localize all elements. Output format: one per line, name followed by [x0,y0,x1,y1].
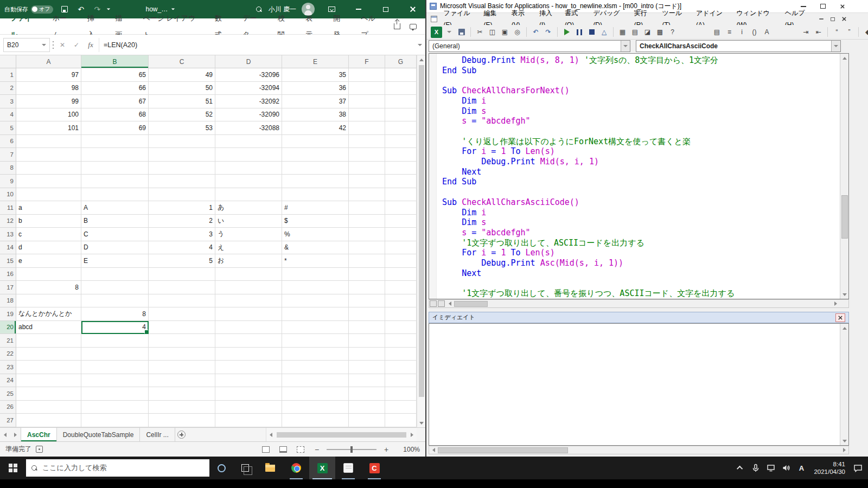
cell-C13[interactable]: 3 [149,228,215,241]
cell-C2[interactable]: 50 [149,82,215,95]
cell-D1[interactable]: -32096 [215,68,282,82]
cell-F24[interactable] [349,374,385,388]
cell-E3[interactable]: 37 [282,95,349,108]
uncomment-block-icon[interactable]: ” [844,27,855,38]
cell-F4[interactable] [349,108,385,122]
network-tray-button[interactable] [764,457,778,479]
row-header-19[interactable]: 19 [0,307,16,321]
sheet-tab-2[interactable]: CellIr ... [140,428,175,441]
vertical-scroll-thumb[interactable] [419,65,424,397]
cortana-button[interactable] [209,457,233,479]
cell-G24[interactable] [385,374,417,388]
list-properties-icon[interactable]: ▤ [711,27,723,38]
cell-A15[interactable]: e [16,254,81,268]
sheet-tab-1[interactable]: DoubleQuoteTabSample [57,428,141,441]
break-icon[interactable] [573,27,585,38]
code-line-4[interactable]: Sub CheckAllCharsForNext() [442,86,840,96]
code-vertical-scrollbar[interactable] [840,54,848,299]
cell-F6[interactable] [349,135,385,149]
code-window-icon[interactable] [431,16,437,22]
cell-C3[interactable]: 51 [149,95,215,108]
zoom-level[interactable]: 100% [396,446,420,453]
cell-G11[interactable] [385,201,417,215]
cell-B22[interactable] [81,348,149,361]
undo-icon[interactable]: ↶ [530,27,541,38]
cell-D25[interactable] [215,387,282,401]
cell-G6[interactable] [385,135,417,149]
cell-E9[interactable] [282,175,349,188]
cell-B8[interactable] [81,162,149,175]
volume-tray-button[interactable] [779,457,793,479]
code-line-10[interactable]: For i = 1 To Len(s) [442,146,840,157]
cell-A21[interactable] [16,334,81,348]
cell-D21[interactable] [215,334,282,348]
cell-F27[interactable] [349,414,385,427]
cell-G20[interactable] [385,321,417,335]
zoom-slider-thumb[interactable] [350,446,353,453]
help-icon[interactable]: ? [667,27,678,38]
column-header-A[interactable]: A [16,55,81,68]
cell-G1[interactable] [385,68,417,82]
cell-C27[interactable] [149,414,215,427]
cell-D3[interactable]: -32092 [215,95,282,108]
cell-A11[interactable]: a [16,201,81,215]
cell-F20[interactable] [349,321,385,335]
scroll-right-arrow-icon[interactable] [840,446,848,454]
sheet-nav-right-icon[interactable] [10,428,21,441]
cell-D22[interactable] [215,348,282,361]
cell-E11[interactable]: # [282,201,349,215]
row-header-25[interactable]: 25 [0,387,16,401]
row-header-12[interactable]: 12 [0,215,16,228]
indent-icon[interactable]: ⇥ [800,27,812,38]
cell-G3[interactable] [385,95,417,108]
scroll-right-arrow-icon[interactable] [407,428,417,441]
immediate-horizontal-scrollbar[interactable] [429,446,849,454]
cell-C15[interactable]: 5 [149,254,215,268]
cell-A6[interactable] [16,135,81,149]
taskbar-file-explorer[interactable] [257,457,283,479]
cell-E25[interactable] [282,387,349,401]
code-line-2[interactable]: End Sub [442,66,840,76]
copy-icon[interactable]: ◫ [487,27,498,38]
zoom-slider[interactable] [327,449,376,450]
cell-C18[interactable] [149,294,215,308]
cell-D4[interactable]: -32090 [215,108,282,122]
cell-D13[interactable]: う [215,228,282,241]
code-line-16[interactable]: Dim i [442,208,840,218]
cell-A25[interactable] [16,387,81,401]
cell-B1[interactable]: 65 [81,68,149,82]
row-header-10[interactable]: 10 [0,188,16,202]
parameter-info-icon[interactable]: () [749,27,760,38]
cell-E22[interactable] [282,348,349,361]
cell-D11[interactable]: あ [215,201,282,215]
row-header-1[interactable]: 1 [0,68,16,82]
horizontal-scroll-thumb[interactable] [438,447,568,453]
code-horizontal-scrollbar[interactable] [429,299,849,308]
cell-B12[interactable]: B [81,215,149,228]
quick-info-icon[interactable]: i [736,27,748,38]
cell-F13[interactable] [349,228,385,241]
cell-A24[interactable] [16,374,81,388]
scroll-up-arrow-icon[interactable] [840,324,848,332]
cell-G25[interactable] [385,387,417,401]
row-header-22[interactable]: 22 [0,348,16,361]
taskbar-chrome[interactable] [283,457,309,479]
zoom-out-button[interactable]: − [311,445,322,454]
cell-A27[interactable] [16,414,81,427]
sheet-vertical-scrollbar[interactable] [417,55,425,427]
cell-A9[interactable] [16,175,81,188]
cell-B13[interactable]: C [81,228,149,241]
scroll-left-arrow-icon[interactable] [266,428,276,441]
zoom-in-button[interactable]: + [381,445,392,454]
code-line-21[interactable]: Debug.Print Asc(Mid(s, i, 1)) [442,258,840,268]
column-header-D[interactable]: D [215,55,282,68]
scroll-up-arrow-icon[interactable] [840,54,848,62]
split-handle[interactable] [430,300,437,307]
toolbox-icon[interactable]: ▩ [654,27,666,38]
row-header-8[interactable]: 8 [0,162,16,175]
cell-F5[interactable] [349,121,385,135]
code-line-6[interactable]: Dim s [442,106,840,117]
vertical-scroll-thumb[interactable] [841,195,848,239]
cell-A12[interactable]: b [16,215,81,228]
code-line-14[interactable] [442,187,840,197]
